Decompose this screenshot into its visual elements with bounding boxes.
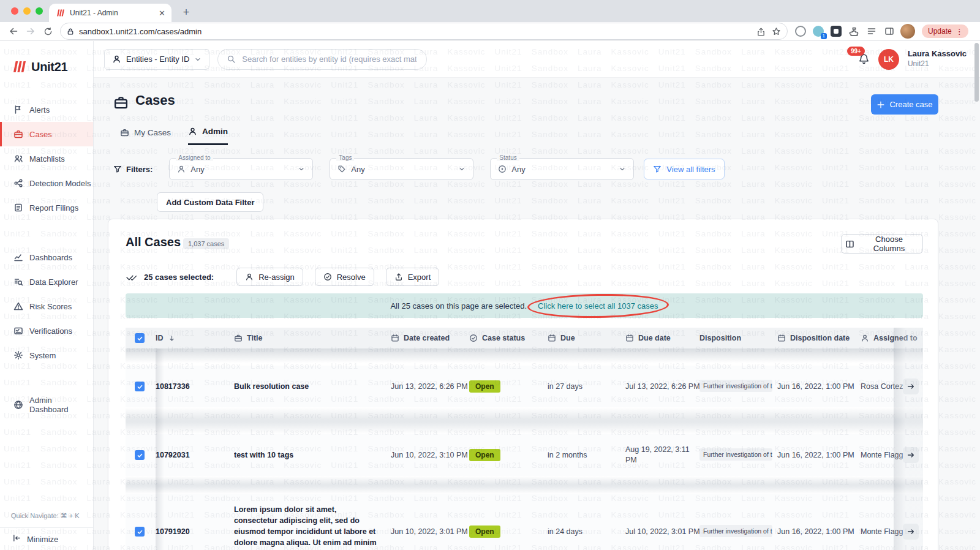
date-created: Jun 10, 2022, 3:01 PM [391,527,469,536]
notifications-button[interactable]: 99+ [858,53,870,65]
people-icon [13,154,23,164]
view-all-filters-button[interactable]: View all filters [644,159,724,179]
unit21-logo[interactable]: Unit21 [0,41,93,77]
disposition-date: Jun 16, 2022, 1:00 PM [777,527,861,536]
page-content: Cases Create case My Cases Admin Filte [94,78,980,550]
case-tabs: My Cases Admin [120,127,228,145]
bulk-actions-row: 25 cases selected: Re-assign Resolve Exp… [126,268,439,286]
lock-icon[interactable] [67,28,74,36]
select-all-checkbox[interactable] [135,333,145,343]
sidebar-item-system[interactable]: System [0,343,93,367]
column-header-assigned-to[interactable]: Assigned to [861,334,923,342]
app-header: Entities - Entity ID 99+ LK Laura Kassov… [94,41,980,78]
new-tab-button[interactable]: + [179,5,194,20]
chrome-menu-icon[interactable]: ⋮ [956,27,963,36]
row-checkbox[interactable] [135,527,145,537]
column-header-case-status[interactable]: Case status [469,334,548,342]
resolve-button[interactable]: Resolve [315,268,374,286]
export-icon [394,273,403,281]
quick-navigate-hint: Quick Navigate: ⌘ + K [0,506,93,527]
open-case-button[interactable] [903,447,919,463]
case-id: 10791920 [156,527,234,536]
filter-assigned-to[interactable]: Assigned to Any [169,158,313,180]
reading-list-icon[interactable] [865,24,878,38]
column-header-date-created[interactable]: Date created [391,334,469,342]
window-scrollbar[interactable] [974,43,979,102]
all-cases-card: All Cases 1,037 cases Choose Columns 25 … [108,219,938,550]
table-header: ID Title Date created [126,328,923,348]
calendar-icon [391,334,399,342]
tab-my-cases[interactable]: My Cases [120,127,171,145]
add-custom-data-filter-button[interactable]: Add Custom Data Filter [157,192,263,212]
case-title: Bulk resolution case [234,381,391,392]
forward-icon[interactable] [23,23,39,39]
sidebar-item-dashboards[interactable]: Dashboards [0,245,93,269]
select-all-cases-link[interactable]: Click here to select all 1037 cases [538,301,658,311]
extension-icon-badged[interactable]: 1 [812,24,825,38]
close-window-button[interactable] [11,7,18,15]
column-header-title[interactable]: Title [234,334,391,342]
sidebar-item-verifications[interactable]: Verifications [0,318,93,343]
reassign-button[interactable]: Re-assign [236,268,303,286]
address-bar[interactable]: sandbox1.unit21.com/cases/admin [60,23,788,40]
update-label: Update [928,27,952,36]
create-case-button[interactable]: Create case [871,94,938,115]
sidebar-item-admin-dashboard[interactable]: Admin Dashboard [0,393,93,417]
sidebar-item-risk-scores[interactable]: Risk Scores [0,294,93,318]
row-checkbox[interactable] [135,382,145,391]
disposition-date: Jun 16, 2022, 1:00 PM [777,451,861,459]
maximize-window-button[interactable] [36,7,43,15]
column-header-id[interactable]: ID [156,334,234,342]
browser-tab[interactable]: Unit21 - Admin ✕ [49,4,172,22]
user-info[interactable]: Laura Kassovic Unit21 [908,50,967,69]
table-row[interactable]: 10817336 Bulk resolution case Jun 13, 20… [126,366,923,407]
column-header-disposition-date[interactable]: Disposition date [777,334,861,342]
entity-search[interactable] [217,49,427,70]
date-created: Jun 10, 2022, 3:10 PM [391,451,469,459]
status-circle-icon [498,165,507,173]
filter-status[interactable]: Status Any [490,158,634,180]
entity-type-selector[interactable]: Entities - Entity ID [104,49,209,70]
entity-search-input[interactable] [241,54,418,64]
extensions-puzzle-icon[interactable] [847,24,861,38]
close-tab-icon[interactable]: ✕ [159,9,165,17]
extension-icon[interactable] [794,24,807,38]
column-header-disposition[interactable]: Disposition [699,334,777,342]
sidebar-minimize-button[interactable]: Minimize [0,527,93,550]
share-icon[interactable] [756,27,766,36]
extension-icon-dark[interactable] [829,24,843,38]
disposition-chip: Further investigation of th [699,448,772,461]
table-row[interactable]: 10791920 Lorem ipsum dolor sit amet, con… [126,494,923,550]
sidebar-item-detection-models[interactable]: Detection Models [0,171,93,195]
column-header-due-date[interactable]: Due date [625,334,699,342]
row-checkbox[interactable] [135,450,145,460]
sidebar-item-matchlists[interactable]: Matchlists [0,146,93,171]
open-case-button[interactable] [903,524,919,540]
status-badge: Open [469,380,500,393]
table-row[interactable]: 10792031 test with 10 tags Jun 10, 2022,… [126,434,923,476]
back-icon[interactable] [6,23,21,39]
briefcase-icon [120,128,129,137]
sidebar-item-data-explorer[interactable]: Data Explorer [0,269,93,294]
gear-icon [13,350,23,360]
minimize-window-button[interactable] [23,7,31,15]
browser-profile-avatar[interactable] [900,24,915,39]
choose-columns-button[interactable]: Choose Columns [841,234,923,254]
open-case-button[interactable] [903,379,919,394]
export-button[interactable]: Export [386,268,440,286]
sidebar-item-alerts[interactable]: Alerts [0,97,93,122]
chrome-update-button[interactable]: Update ⋮ [922,24,968,38]
bookmark-star-icon[interactable] [772,27,781,36]
due-date: Jul 13, 2022, 6:26 PM [625,382,699,391]
status-badge: Open [469,526,500,538]
sidebar-item-cases[interactable]: Cases [0,122,93,146]
column-header-due[interactable]: Due [548,334,625,342]
sidebar: Unit21 Alerts Cases Matchlists Detection… [0,41,94,550]
reload-icon[interactable] [40,23,56,39]
user-avatar[interactable]: LK [878,49,899,70]
filter-tags[interactable]: Tags Any [330,158,473,180]
side-panel-icon[interactable] [883,24,896,38]
tab-admin[interactable]: Admin [188,127,228,145]
logo-text: Unit21 [31,60,67,74]
sidebar-item-report-filings[interactable]: Report Filings [0,195,93,220]
